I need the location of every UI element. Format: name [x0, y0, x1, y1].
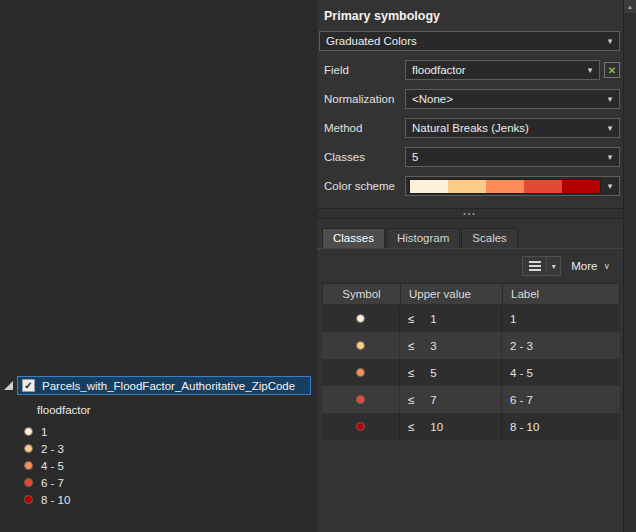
method-label: Method [319, 122, 405, 134]
tab-histogram[interactable]: Histogram [386, 228, 460, 248]
legend-symbol-dot [24, 427, 33, 436]
contents-pane: ✓ Parcels_with_FloodFactor_Authoritative… [0, 376, 316, 508]
list-view-dropdown-button[interactable]: ▾ [546, 257, 560, 275]
chevron-down-icon: ▾ [583, 65, 597, 75]
table-row[interactable]: ≤3 2 - 3 [322, 332, 620, 359]
chevron-down-icon: ∨ [603, 261, 610, 271]
table-header-row: Symbol Upper value Label [322, 283, 620, 305]
label-cell[interactable]: 8 - 10 [502, 413, 620, 440]
set-expression-button[interactable]: ✕ [604, 62, 620, 78]
symbology-type-dropdown[interactable]: Graduated Colors ▾ [319, 31, 620, 51]
color-scheme-label: Color scheme [319, 180, 405, 192]
classes-value: 5 [412, 151, 418, 163]
column-header-symbol[interactable]: Symbol [323, 284, 401, 304]
table-body: ≤1 1 ≤3 2 - 3 ≤5 4 - 5 ≤7 6 - 7 ≤10 [322, 305, 620, 440]
upper-value-cell[interactable]: ≤7 [400, 386, 502, 413]
upper-value-cell[interactable]: ≤3 [400, 332, 502, 359]
color-ramp [409, 179, 601, 194]
symbology-pane: Primary symbology Graduated Colors ▾ Fie… [316, 0, 623, 532]
chevron-down-icon: ▾ [603, 36, 617, 46]
legend-item: 8 - 10 [0, 491, 316, 508]
tab-scales[interactable]: Scales [461, 228, 518, 248]
color-scheme-row: Color scheme ▾ [319, 176, 620, 196]
class-symbol-dot[interactable] [356, 395, 365, 404]
class-symbol-dot[interactable] [356, 368, 365, 377]
method-dropdown[interactable]: Natural Breaks (Jenks) ▾ [405, 118, 620, 138]
classes-toolbar: ▾ More ∨ [317, 254, 610, 278]
class-symbol-dot[interactable] [356, 422, 365, 431]
less-equal-sign: ≤ [408, 394, 414, 406]
list-icon [529, 261, 541, 271]
pane-splitter[interactable]: ••• [317, 208, 623, 219]
label-cell[interactable]: 6 - 7 [502, 386, 620, 413]
symbol-cell[interactable] [322, 332, 400, 359]
upper-value-cell[interactable]: ≤1 [400, 305, 502, 332]
chevron-down-icon: ▾ [603, 152, 617, 162]
vertical-scrollbar[interactable]: ▴ [623, 0, 636, 532]
symbology-type-value: Graduated Colors [326, 35, 417, 47]
symbol-cell[interactable] [322, 359, 400, 386]
upper-value: 1 [430, 313, 436, 325]
layer-expander-icon[interactable] [4, 381, 13, 390]
chevron-down-icon: ▾ [603, 123, 617, 133]
less-equal-sign: ≤ [408, 340, 414, 352]
view-options-group: ▾ [522, 256, 561, 276]
class-symbol-dot[interactable] [356, 341, 365, 350]
symbol-cell[interactable] [322, 413, 400, 440]
upper-value: 10 [430, 421, 443, 433]
legend-label: 8 - 10 [41, 494, 70, 506]
classes-table: Symbol Upper value Label ≤1 1 ≤3 2 - 3 ≤… [322, 283, 620, 440]
normalization-label: Normalization [319, 93, 405, 105]
normalization-value: <None> [412, 93, 453, 105]
field-row: Field floodfactor ▾ ✕ [319, 60, 620, 80]
method-value: Natural Breaks (Jenks) [412, 122, 529, 134]
symbol-cell[interactable] [322, 305, 400, 332]
classes-label: Classes [319, 151, 405, 163]
legend-symbol-dot [24, 444, 33, 453]
label-cell[interactable]: 2 - 3 [502, 332, 620, 359]
table-row[interactable]: ≤7 6 - 7 [322, 386, 620, 413]
layer-legend: 1 2 - 3 4 - 5 6 - 7 8 - 10 [0, 423, 316, 508]
upper-value: 3 [430, 340, 436, 352]
upper-value-cell[interactable]: ≤5 [400, 359, 502, 386]
legend-label: 6 - 7 [41, 477, 64, 489]
normalization-dropdown[interactable]: <None> ▾ [405, 89, 620, 109]
tab-classes[interactable]: Classes [322, 228, 385, 248]
field-label: Field [319, 64, 405, 76]
splitter-grip-icon: ••• [463, 210, 476, 217]
legend-item: 4 - 5 [0, 457, 316, 474]
layer-visibility-checkbox[interactable]: ✓ [22, 379, 35, 392]
column-header-label[interactable]: Label [503, 284, 619, 304]
table-row[interactable]: ≤1 1 [322, 305, 620, 332]
scroll-up-button[interactable]: ▴ [624, 0, 636, 13]
symbol-cell[interactable] [322, 386, 400, 413]
table-row[interactable]: ≤5 4 - 5 [322, 359, 620, 386]
layer-item-selected[interactable]: ✓ Parcels_with_FloodFactor_Authoritative… [17, 376, 311, 395]
legend-item: 6 - 7 [0, 474, 316, 491]
field-value: floodfactor [412, 64, 466, 76]
table-row[interactable]: ≤10 8 - 10 [322, 413, 620, 440]
upper-value: 7 [430, 394, 436, 406]
column-header-upper-value[interactable]: Upper value [401, 284, 503, 304]
list-view-button[interactable] [523, 257, 546, 275]
layer-field-name: floodfactor [37, 404, 316, 416]
legend-symbol-dot [24, 495, 33, 504]
less-equal-sign: ≤ [408, 313, 414, 325]
layer-name: Parcels_with_FloodFactor_Authoritative_Z… [42, 380, 295, 392]
legend-label: 2 - 3 [41, 443, 64, 455]
upper-value: 5 [430, 367, 436, 379]
legend-symbol-dot [24, 461, 33, 470]
classes-dropdown[interactable]: 5 ▾ [405, 147, 620, 167]
class-symbol-dot[interactable] [356, 314, 365, 323]
less-equal-sign: ≤ [408, 367, 414, 379]
more-menu-button[interactable]: More ∨ [571, 260, 610, 272]
label-cell[interactable]: 1 [502, 305, 620, 332]
legend-item: 1 [0, 423, 316, 440]
field-dropdown[interactable]: floodfactor ▾ [405, 60, 600, 80]
color-scheme-dropdown[interactable]: ▾ [405, 176, 620, 196]
label-cell[interactable]: 4 - 5 [502, 359, 620, 386]
classes-row: Classes 5 ▾ [319, 147, 620, 167]
pane-title: Primary symbology [324, 9, 623, 23]
less-equal-sign: ≤ [408, 421, 414, 433]
upper-value-cell[interactable]: ≤10 [400, 413, 502, 440]
